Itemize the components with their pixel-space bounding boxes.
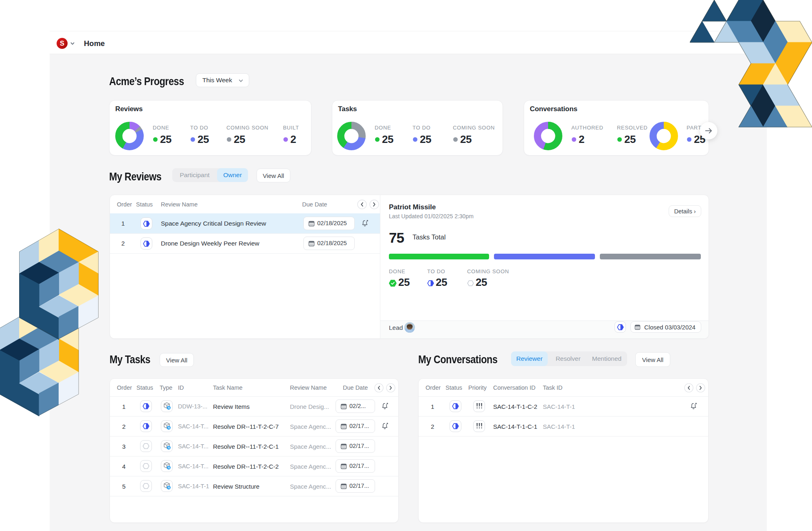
- svg-text:S: S: [60, 39, 64, 47]
